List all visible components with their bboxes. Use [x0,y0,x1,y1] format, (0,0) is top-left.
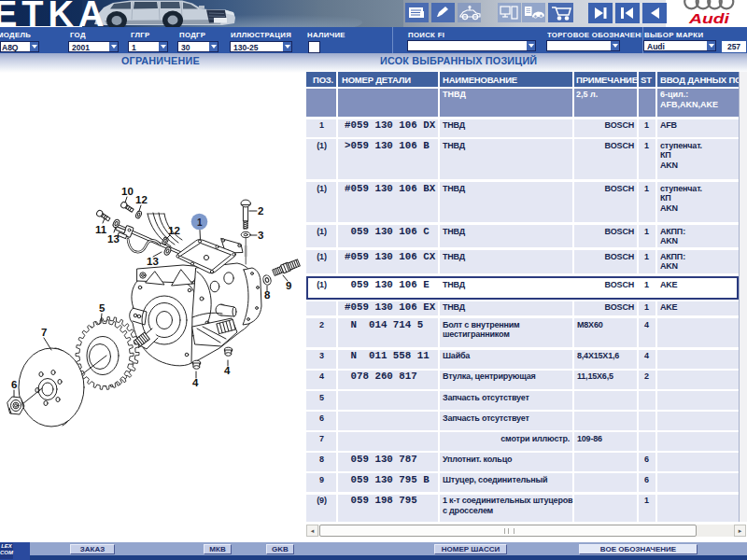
svg-text:13: 13 [147,256,159,267]
svg-text:8: 8 [264,289,271,301]
svg-text:7: 7 [41,327,47,338]
svg-text:13: 13 [107,233,120,245]
svg-text:11: 11 [95,224,107,235]
svg-text:2: 2 [258,205,263,217]
svg-text:9: 9 [286,280,291,291]
svg-text:3: 3 [258,230,263,241]
svg-text:5: 5 [99,302,106,314]
svg-text:10: 10 [121,186,134,197]
svg-text:4: 4 [224,365,231,376]
svg-text:6: 6 [11,379,17,390]
svg-text:12: 12 [135,194,148,205]
svg-text:4: 4 [192,377,199,388]
svg-text:12: 12 [168,225,180,236]
svg-text:1: 1 [197,217,203,228]
svg-text:Audi: Audi [688,10,730,26]
